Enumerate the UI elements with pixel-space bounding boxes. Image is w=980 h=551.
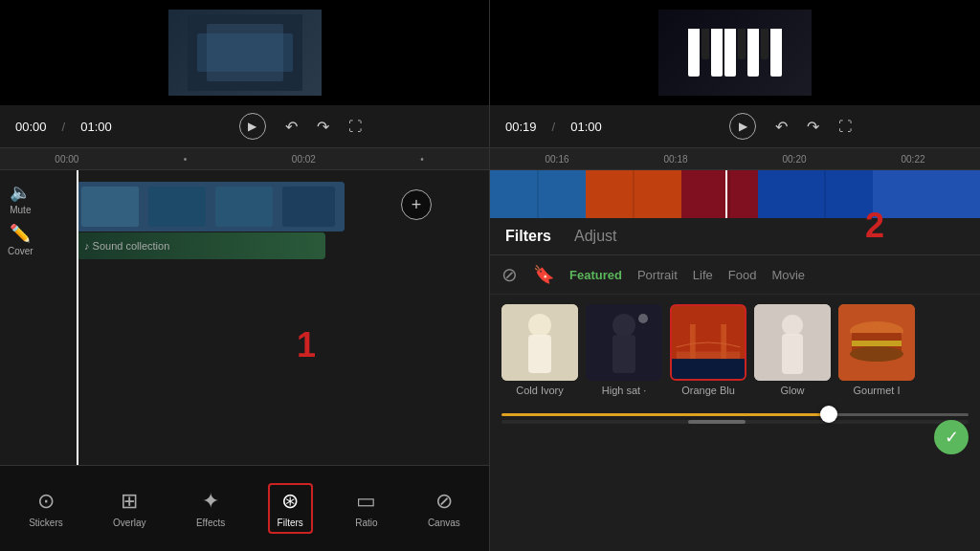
right-redo-icon[interactable]: ↷	[807, 118, 819, 136]
toolbar-item-filters[interactable]: ⊛ Filters	[268, 483, 313, 534]
svg-rect-19	[528, 335, 551, 373]
effects-label: Effects	[196, 518, 225, 528]
filter-grid: Cold Ivory High sat ·	[490, 295, 980, 406]
svg-rect-6	[215, 187, 273, 227]
svg-rect-31	[782, 334, 803, 374]
left-ruler-marks: 00:00 • 00:02 •	[8, 154, 481, 165]
right-transport-icons: ▶ ↶ ↷ ⛶	[617, 113, 965, 140]
ruler-mark-1: •	[126, 154, 245, 165]
effects-icon: ✦	[202, 489, 219, 514]
right-panel: 00:19 / 01:00 ▶ ↶ ↷ ⛶ 00:16 00:18 00:20 …	[490, 0, 980, 551]
add-clip-button[interactable]: +	[401, 189, 432, 220]
confirm-button[interactable]: ✓	[934, 420, 969, 454]
category-life[interactable]: Life	[693, 268, 713, 282]
filter-categories: ⊘ 🔖 Featured Portrait Life Food Movie	[490, 255, 980, 295]
svg-rect-35	[852, 341, 902, 346]
ruler-right-0: 00:16	[498, 154, 616, 165]
svg-rect-10	[681, 170, 758, 218]
bottom-scrollbar-inner	[688, 420, 746, 424]
piano-keys	[688, 29, 782, 77]
right-fullscreen-icon[interactable]: ⛶	[838, 119, 852, 134]
right-playhead	[725, 170, 727, 218]
ruler-right-1: 00:18	[616, 154, 735, 165]
filter-intensity-slider[interactable]	[501, 413, 969, 416]
svg-point-18	[528, 314, 551, 337]
step-2-label: 2	[865, 206, 884, 246]
filter-name-gourmet: Gourmet I	[854, 385, 901, 396]
toolbar-item-stickers[interactable]: ⊙ Stickers	[21, 485, 71, 532]
svg-point-30	[782, 315, 803, 336]
filter-card-high-sat[interactable]: High sat ·	[586, 304, 662, 396]
left-timeline-content: 🔈 Mute ✏️ Cover + ♪ Sou	[0, 170, 489, 465]
filter-name-glow: Glow	[780, 385, 804, 396]
stickers-label: Stickers	[29, 518, 63, 528]
category-food[interactable]: Food	[728, 268, 757, 282]
ruler-mark-3: •	[363, 154, 481, 165]
video-clip[interactable]	[77, 182, 345, 231]
svg-rect-7	[282, 187, 335, 227]
right-play-button[interactable]: ▶	[729, 113, 756, 140]
filters-icon: ⊛	[281, 489, 299, 514]
filter-card-gourmet[interactable]: Gourmet I	[838, 304, 915, 396]
mute-button[interactable]: 🔈 Mute	[8, 182, 33, 215]
left-playhead	[77, 170, 78, 465]
ruler-right-2: 00:20	[735, 154, 854, 165]
ruler-right-3: 00:22	[854, 154, 972, 165]
toolbar-item-effects[interactable]: ✦ Effects	[189, 485, 233, 532]
svg-point-21	[612, 314, 635, 337]
toolbar-item-ratio[interactable]: ▭ Ratio	[347, 485, 385, 532]
svg-point-23	[638, 314, 648, 323]
right-time-current: 00:19	[505, 120, 537, 134]
piano-key-1	[688, 29, 700, 77]
timeline-strip-inner	[490, 170, 980, 218]
overlay-label: Overlay	[113, 518, 145, 528]
left-time-total: 01:00	[80, 120, 112, 134]
svg-rect-28	[672, 359, 745, 379]
filter-thumb-high-sat	[586, 304, 662, 381]
left-redo-icon[interactable]: ↷	[317, 118, 329, 136]
bookmark-icon[interactable]: 🔖	[533, 264, 554, 285]
piano-key-black-1	[702, 29, 709, 59]
left-undo-icon[interactable]: ↶	[285, 118, 298, 136]
svg-rect-12	[873, 170, 980, 218]
filter-thumb-orange-blu	[670, 304, 746, 381]
right-preview	[490, 0, 980, 105]
ratio-icon: ▭	[356, 489, 376, 514]
right-undo-icon[interactable]: ↶	[775, 118, 788, 136]
svg-rect-26	[690, 324, 696, 359]
left-timeline-ruler: 00:00 • 00:02 •	[0, 147, 489, 170]
no-filter-icon[interactable]: ⊘	[501, 263, 518, 286]
mute-icon: 🔈	[10, 182, 31, 203]
left-preview-thumb	[168, 10, 322, 96]
right-time-total: 01:00	[570, 120, 602, 134]
tab-filters[interactable]: Filters	[505, 228, 551, 245]
filter-thumb-glow	[754, 304, 831, 381]
svg-rect-11	[758, 170, 873, 218]
filter-intensity-slider-area	[490, 406, 980, 420]
canvas-icon: ⊘	[435, 489, 453, 514]
svg-rect-22	[612, 335, 635, 373]
filters-header: Filters Adjust	[490, 218, 980, 255]
filter-name-cold-ivory: Cold Ivory	[516, 385, 564, 396]
svg-rect-4	[81, 187, 139, 227]
filter-thumb-cold-ivory	[501, 304, 578, 381]
filter-card-glow[interactable]: Glow	[754, 304, 831, 396]
left-transport-icons: ▶ ↶ ↷ ⛶	[127, 113, 474, 140]
left-fullscreen-icon[interactable]: ⛶	[348, 119, 362, 134]
toolbar-item-overlay[interactable]: ⊞ Overlay	[105, 485, 153, 532]
svg-rect-25	[677, 352, 741, 360]
ruler-mark-0: 00:00	[8, 154, 126, 165]
category-portrait[interactable]: Portrait	[637, 268, 678, 282]
bottom-scrollbar	[501, 420, 969, 424]
cover-button[interactable]: ✏️ Cover	[8, 223, 33, 256]
svg-point-37	[850, 346, 903, 362]
filter-card-cold-ivory[interactable]: Cold Ivory	[501, 304, 578, 396]
filters-label: Filters	[278, 518, 303, 528]
category-movie[interactable]: Movie	[771, 268, 805, 282]
tab-adjust[interactable]: Adjust	[574, 228, 616, 245]
slider-thumb[interactable]	[820, 406, 837, 423]
filter-card-orange-blu[interactable]: Orange Blu	[670, 304, 746, 396]
toolbar-item-canvas[interactable]: ⊘ Canvas	[420, 485, 468, 532]
left-play-button[interactable]: ▶	[239, 113, 266, 140]
category-featured[interactable]: Featured	[569, 268, 622, 282]
